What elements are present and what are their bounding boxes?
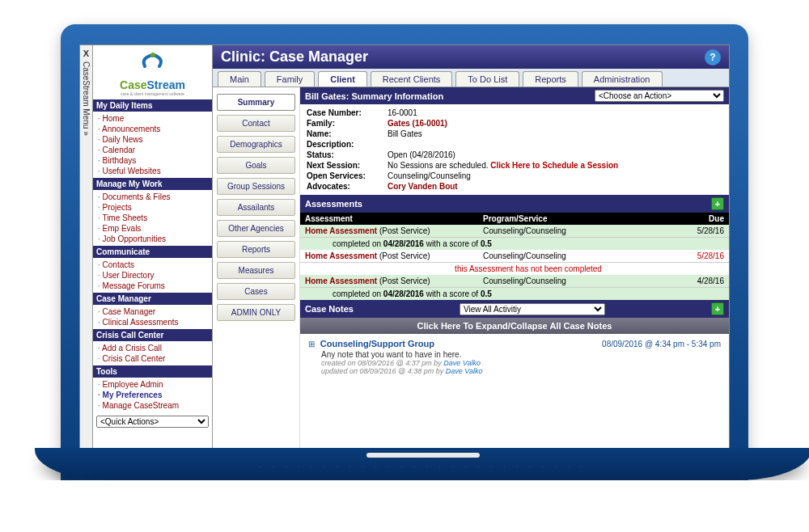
case-notes-bar: Case Notes View All Activitiy + (300, 300, 729, 318)
sidebar-item[interactable]: Calendar (93, 145, 212, 155)
lbl-status: Status: (307, 150, 388, 159)
sidebar-toggle[interactable]: X CaseStream Menu » (80, 45, 93, 448)
assessment-sub: completed on 04/28/2016 with a score of … (300, 288, 729, 300)
note-title[interactable]: Counseling/Support Group (320, 339, 434, 348)
assessment-row[interactable]: Home Assessment (Post Service)Counseling… (300, 275, 729, 288)
add-assessment-button[interactable]: + (711, 197, 724, 210)
sidebar-item[interactable]: Daily News (93, 134, 212, 145)
tab-recent-clients[interactable]: Recent Clients (371, 71, 453, 87)
tab-family[interactable]: Family (265, 71, 315, 87)
note-author[interactable]: Dave Valko (446, 367, 483, 375)
lbl-case-number: Case Number: (307, 108, 388, 117)
summary-header-bar: Bill Gates: Summary Information <Choose … (300, 87, 729, 104)
sidebar-item[interactable]: Add a Crisis Call (93, 343, 212, 353)
detail: Bill Gates: Summary Information <Choose … (300, 87, 729, 448)
subnav-other-agencies[interactable]: Other Agencies (217, 220, 295, 237)
sidebar-item[interactable]: Useful Websites (93, 166, 212, 176)
assessments-title: Assessments (305, 199, 362, 209)
subnav-reports[interactable]: Reports (217, 241, 295, 258)
val-case-number: 16-0001 (388, 108, 417, 117)
tab-administration[interactable]: Administration (582, 71, 663, 87)
quick-actions[interactable]: <Quick Actions> (96, 416, 209, 428)
sidebar-item[interactable]: Birthdays (93, 155, 212, 166)
logo-text: CaseStream (96, 78, 209, 91)
subnav-admin-only[interactable]: ADMIN ONLY (217, 304, 295, 321)
expand-all-notes[interactable]: Click Here To Expand/Collapse All Case N… (300, 318, 729, 334)
logo-icon (96, 50, 209, 78)
assessments-bar: Assessments + (300, 195, 729, 213)
note-author[interactable]: Dave Valko (443, 359, 481, 367)
assessment-row[interactable]: Home Assessment (Post Service)Counseling… (300, 225, 729, 238)
help-icon[interactable]: ? (705, 49, 721, 65)
summary-header: Bill Gates: Summary Information (305, 91, 443, 101)
sidebar: CaseStream case & client management soft… (93, 45, 213, 448)
laptop-base: . . . . . . . . . . . . . . . . . . . . … (35, 448, 809, 480)
sidebar-item[interactable]: My Preferences (93, 390, 212, 400)
lbl-name: Name: (307, 129, 388, 138)
sidebar-item[interactable]: Time Sheets (93, 213, 212, 223)
subnav-contact[interactable]: Contact (217, 115, 295, 132)
sidebar-section-header: Manage My Work (93, 178, 212, 190)
logo: CaseStream case & client management soft… (93, 45, 212, 99)
tab-client[interactable]: Client (318, 71, 367, 87)
content: SummaryContactDemographicsGoalsGroup Ses… (213, 87, 729, 448)
summary-info: Case Number:16-0001 Family:Gates (16-000… (300, 104, 729, 195)
val-advocates[interactable]: Cory Vanden Bout (388, 182, 458, 191)
lbl-open-services: Open Services: (307, 171, 388, 180)
col-due: Due (676, 214, 724, 223)
main: Clinic: Case Manager ? MainFamilyClientR… (213, 45, 729, 448)
action-dropdown[interactable]: <Choose an Action> (595, 90, 724, 102)
sidebar-item[interactable]: Manage CaseStream (93, 400, 212, 411)
tab-to-do-list[interactable]: To Do List (455, 71, 519, 87)
logo-tagline: case & client management software (96, 91, 209, 96)
col-program: Program/Service (483, 214, 676, 223)
note-created: created on 08/09/2016 @ 4:37 pm by Dave … (308, 359, 721, 367)
case-note: ⊞ Counseling/Support Group08/09/2016 @ 4… (300, 334, 729, 380)
sidebar-item[interactable]: Announcements (93, 124, 212, 134)
assessment-row[interactable]: Home Assessment (Post Service)Counseling… (300, 250, 729, 263)
sidebar-section-header: Tools (93, 365, 212, 378)
tab-reports[interactable]: Reports (523, 71, 578, 87)
val-family[interactable]: Gates (16-0001) (388, 119, 447, 128)
note-expand-icon[interactable]: ⊞ (308, 340, 315, 348)
sidebar-item[interactable]: Case Manager (93, 306, 212, 317)
sidebar-item[interactable]: Employee Admin (93, 379, 212, 390)
sidebar-item[interactable]: Message Forums (93, 281, 212, 291)
note-body: Any note that you want to have in here. (308, 348, 721, 359)
lbl-advocates: Advocates: (307, 182, 388, 191)
close-icon[interactable]: X (83, 49, 89, 58)
sidebar-item[interactable]: Clinical Assessments (93, 317, 212, 327)
note-updated: updated on 08/09/2016 @ 4:38 pm by Dave … (308, 367, 721, 375)
add-case-note-button[interactable]: + (711, 302, 724, 315)
subnav-group-sessions[interactable]: Group Sessions (217, 178, 295, 195)
svg-point-0 (150, 53, 155, 57)
subnav-assailants[interactable]: Assailants (217, 199, 295, 216)
sidebar-item[interactable]: Home (93, 113, 212, 124)
sidebar-section-header: Case Manager (93, 293, 212, 305)
sidebar-section-header: My Daily Items (93, 99, 212, 112)
sidebar-item[interactable]: Documents & Files (93, 192, 212, 202)
subnav-summary[interactable]: Summary (217, 94, 295, 111)
assessment-sub: this Assessment has not been completed (300, 263, 729, 275)
sidebar-item[interactable]: Crisis Call Center (93, 353, 212, 364)
val-next-session: No Sessions are scheduled. Click Here to… (388, 161, 618, 170)
subnav-goals[interactable]: Goals (217, 157, 295, 174)
sidebar-section-header: Crisis Call Center (93, 329, 212, 341)
sidebar-item[interactable]: User Directory (93, 270, 212, 281)
schedule-session-link[interactable]: Click Here to Schedule a Session (490, 161, 618, 170)
sidebar-item[interactable]: Emp Evals (93, 223, 212, 234)
laptop-frame: X CaseStream Menu » CaseStream case & cl… (61, 24, 748, 480)
sidebar-item[interactable]: Contacts (93, 260, 212, 270)
col-assessment: Assessment (305, 214, 483, 223)
subnav-demographics[interactable]: Demographics (217, 136, 295, 153)
case-notes-title: Case Notes (305, 304, 354, 314)
titlebar: Clinic: Case Manager ? (213, 45, 729, 69)
sidebar-item[interactable]: Projects (93, 202, 212, 213)
subnav-measures[interactable]: Measures (217, 262, 295, 279)
val-status: Open (04/28/2016) (388, 150, 455, 159)
subnav-cases[interactable]: Cases (217, 283, 295, 300)
sidebar-item[interactable]: Job Opportunities (93, 234, 212, 244)
quick-actions-select[interactable]: <Quick Actions> (96, 416, 209, 428)
case-notes-filter[interactable]: View All Activitiy (460, 303, 605, 315)
tab-main[interactable]: Main (218, 71, 261, 87)
